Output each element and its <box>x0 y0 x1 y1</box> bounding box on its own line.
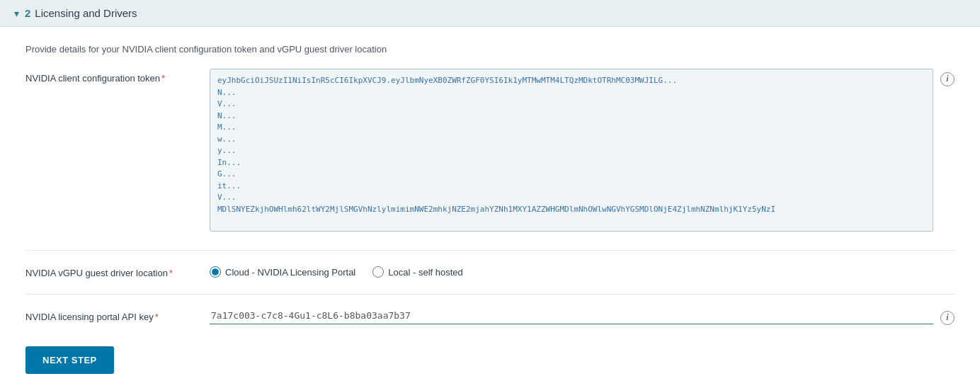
api-key-required-star: * <box>155 312 159 322</box>
driver-required-star: * <box>169 268 173 278</box>
radio-option-local[interactable]: Local - self hosted <box>372 266 463 278</box>
api-key-control-area <box>210 307 933 324</box>
content-area: Provide details for your NVIDIA client c… <box>0 27 980 381</box>
radio-cloud[interactable] <box>210 266 221 278</box>
page-container: ▾ 2 Licensing and Drivers Provide detail… <box>0 0 980 381</box>
driver-location-label: NVIDIA vGPU guest driver location* <box>25 263 210 278</box>
api-key-label: NVIDIA licensing portal API key* <box>25 307 210 322</box>
section-header[interactable]: ▾ 2 Licensing and Drivers <box>0 0 980 27</box>
token-label: NVIDIA client configuration token* <box>25 69 210 84</box>
radio-group: Cloud - NVIDIA Licensing Portal Local - … <box>210 263 955 278</box>
api-key-info-icon: i <box>940 311 955 325</box>
token-row: NVIDIA client configuration token* eyJhb… <box>25 69 955 234</box>
chevron-icon: ▾ <box>14 8 19 19</box>
divider-1 <box>25 250 955 251</box>
section-number: 2 <box>25 7 30 19</box>
driver-location-row: NVIDIA vGPU guest driver location* Cloud… <box>25 263 955 278</box>
api-key-input[interactable] <box>210 307 933 324</box>
driver-location-control-area: Cloud - NVIDIA Licensing Portal Local - … <box>210 263 955 278</box>
api-key-row: NVIDIA licensing portal API key* i <box>25 307 955 325</box>
token-info-icon-wrapper[interactable]: i <box>940 72 955 86</box>
section-title: Licensing and Drivers <box>35 7 137 19</box>
description-text: Provide details for your NVIDIA client c… <box>25 44 955 55</box>
token-textarea[interactable]: eyJhbGciOiJSUzI1NiIsInR5cCI6IkpXVCJ9.eyJ… <box>210 69 933 232</box>
radio-local-label: Local - self hosted <box>388 267 463 278</box>
token-info-icon: i <box>940 72 955 86</box>
next-step-button[interactable]: NEXT STEP <box>25 346 114 374</box>
token-required-star: * <box>161 73 165 84</box>
radio-option-cloud[interactable]: Cloud - NVIDIA Licensing Portal <box>210 266 355 278</box>
divider-2 <box>25 294 955 295</box>
radio-cloud-label: Cloud - NVIDIA Licensing Portal <box>225 267 355 278</box>
radio-local[interactable] <box>372 266 384 278</box>
token-control-area: eyJhbGciOiJSUzI1NiIsInR5cCI6IkpXVCJ9.eyJ… <box>210 69 933 234</box>
api-key-info-icon-wrapper[interactable]: i <box>940 310 955 325</box>
